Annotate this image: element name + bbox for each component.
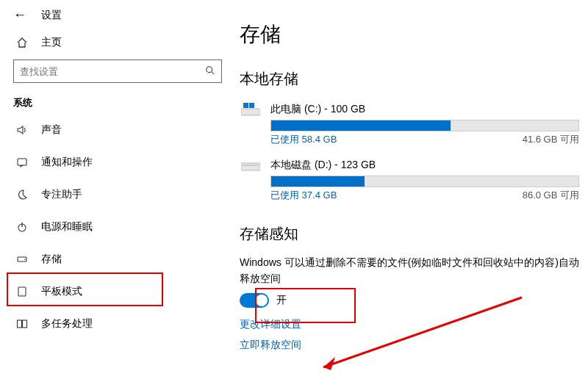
toggle-label: 开 [276, 294, 287, 307]
drive-row[interactable]: 此电脑 (C:) - 100 GB 已使用 58.4 GB 41.6 GB 可用 [240, 102, 579, 146]
power-icon [13, 221, 31, 233]
notifications-icon [13, 156, 31, 168]
sidebar-item-sound[interactable]: 声音 [0, 114, 235, 146]
sidebar-item-label: 声音 [41, 123, 62, 137]
drive-name: 此电脑 (C:) - 100 GB [270, 103, 365, 116]
drive-usage-bar [270, 120, 579, 131]
sidebar-item-tablet[interactable]: 平板模式 [0, 275, 235, 308]
window-title: 设置 [41, 9, 62, 22]
drive-row[interactable]: 本地磁盘 (D:) - 123 GB 已使用 37.4 GB 86.0 GB 可… [240, 158, 579, 202]
free-up-now-link[interactable]: 立即释放空间 [240, 339, 579, 352]
search-box[interactable] [13, 59, 222, 83]
sidebar-item-focus[interactable]: 专注助手 [0, 178, 235, 211]
back-button[interactable]: ← [13, 7, 26, 23]
svg-rect-11 [241, 109, 260, 115]
svg-rect-2 [18, 159, 26, 165]
page-title: 存储 [240, 21, 579, 48]
svg-point-6 [24, 259, 26, 260]
drive-used-link[interactable]: 已使用 37.4 GB [270, 189, 337, 202]
speaker-icon [13, 124, 31, 136]
multitask-icon [13, 318, 31, 330]
svg-rect-10 [23, 320, 27, 328]
svg-rect-9 [18, 320, 22, 328]
svg-rect-13 [249, 103, 254, 108]
svg-point-8 [21, 294, 22, 295]
sidebar-item-notifications[interactable]: 通知和操作 [0, 146, 235, 178]
sidebar-home[interactable]: 主页 [0, 29, 235, 57]
moon-icon [13, 189, 31, 201]
search-icon [205, 65, 215, 78]
home-icon [13, 37, 31, 48]
drive-free-label: 86.0 GB 可用 [523, 189, 579, 202]
drive-free-label: 41.6 GB 可用 [523, 133, 579, 146]
sidebar-home-label: 主页 [41, 36, 62, 49]
search-input[interactable] [20, 66, 205, 77]
sidebar-item-label: 通知和操作 [41, 156, 93, 169]
sidebar-item-storage[interactable]: 存储 [0, 243, 235, 275]
drive-c-icon [240, 102, 262, 117]
storage-sense-desc: Windows 可以通过删除不需要的文件(例如临时文件和回收站中的内容)自动释放… [240, 254, 579, 287]
tablet-icon [13, 286, 31, 297]
drive-name: 本地磁盘 (D:) - 123 GB [270, 159, 376, 172]
storage-sense-toggle[interactable] [240, 293, 269, 308]
storage-icon [13, 253, 31, 265]
svg-rect-15 [243, 165, 259, 166]
drive-d-icon [240, 158, 262, 173]
svg-rect-14 [241, 163, 260, 170]
change-settings-link[interactable]: 更改详细设置 [240, 318, 579, 331]
sidebar-item-label: 存储 [41, 253, 62, 266]
sidebar-item-label: 多任务处理 [41, 317, 93, 331]
drive-usage-bar [270, 176, 579, 187]
sidebar-item-label: 电源和睡眠 [41, 220, 93, 234]
storage-sense-heading: 存储感知 [240, 224, 579, 244]
svg-point-0 [207, 66, 212, 72]
sidebar-item-label: 平板模式 [41, 285, 82, 298]
drive-used-link[interactable]: 已使用 58.4 GB [270, 133, 337, 146]
sidebar-item-label: 专注助手 [41, 188, 82, 201]
svg-line-1 [212, 71, 215, 74]
local-storage-heading: 本地存储 [240, 69, 579, 89]
svg-rect-12 [243, 103, 248, 108]
sidebar-section-label: 系统 [0, 96, 235, 114]
sidebar-item-power[interactable]: 电源和睡眠 [0, 211, 235, 243]
sidebar-item-multitask[interactable]: 多任务处理 [0, 308, 235, 340]
